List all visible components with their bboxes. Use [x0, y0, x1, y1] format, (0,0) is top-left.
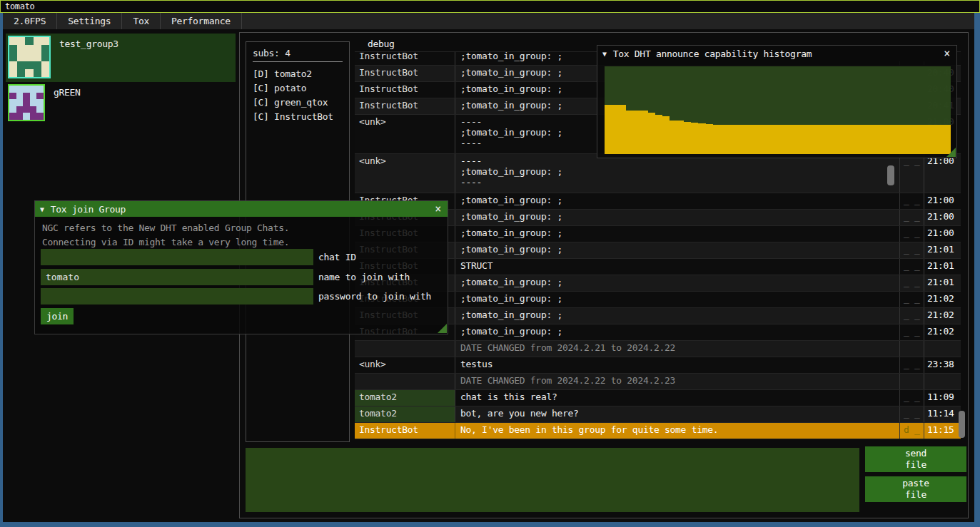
password-input[interactable]	[41, 288, 313, 305]
chat-message-row[interactable]: DATE CHANGED from 2024.2.22 to 2024.2.23	[355, 374, 961, 390]
histogram-bar	[828, 125, 835, 154]
flags-cell: _ _	[899, 259, 924, 275]
avatar-pixel	[9, 45, 17, 53]
histogram-bar	[785, 125, 792, 154]
message-cell: ;tomato_in_group: ;	[455, 242, 899, 258]
avatar-pixel	[41, 61, 49, 69]
chat-message-row[interactable]: tomato2chat is this real?_ _11:09	[355, 390, 961, 406]
collapse-icon[interactable]: ▼	[40, 205, 44, 213]
histogram-bar	[778, 125, 785, 154]
message-cell: ---- ;tomato_in_group: ; ----	[455, 154, 899, 193]
flags-cell: _ _	[899, 406, 924, 422]
histogram-bar	[763, 125, 770, 154]
histogram-bar	[677, 121, 684, 154]
menu-item-2-0fps[interactable]: 2.0FPS	[3, 13, 57, 29]
menu-item-tox[interactable]: Tox	[122, 13, 161, 29]
message-cell: ;tomato_in_group: ;	[455, 308, 899, 324]
time-cell: 21:01	[924, 259, 961, 275]
close-icon[interactable]: ×	[433, 203, 443, 215]
window-title: tomato	[5, 1, 35, 11]
histogram-bar	[691, 123, 698, 154]
chat-message-row[interactable]: DATE CHANGED from 2024.2.21 to 2024.2.22	[355, 341, 961, 357]
subs-separator	[253, 61, 343, 62]
chat-message-row[interactable]: InstructBotNo, I've been in this group f…	[355, 423, 961, 439]
histogram-window-titlebar[interactable]: ▼ Tox DHT announce capability histogram …	[597, 46, 956, 61]
avatar-pixel	[30, 99, 37, 106]
join-button[interactable]: join	[41, 308, 74, 324]
histogram-bar	[799, 125, 807, 154]
group-item-test-group3[interactable]: test_group3	[6, 34, 236, 82]
scrollbar-thumb[interactable]	[887, 165, 894, 185]
avatar-pixel	[17, 53, 25, 61]
close-icon[interactable]: ×	[942, 47, 951, 60]
avatar-pixel	[23, 86, 30, 93]
name-label: name to join with	[318, 269, 410, 285]
avatar-pixel	[34, 61, 41, 69]
sender-cell: InstructBot	[355, 98, 455, 114]
join-window-titlebar[interactable]: ▼ Tox join Group ×	[35, 201, 448, 217]
sender-cell: InstructBot	[355, 66, 455, 81]
avatar-pixel	[30, 106, 37, 113]
time-cell: 21:02	[924, 324, 961, 340]
chat-scrollbar-thumb[interactable]	[959, 411, 965, 438]
histogram-bar	[922, 125, 929, 154]
flags-cell	[899, 341, 924, 357]
histogram-bar	[886, 125, 893, 154]
message-input[interactable]	[246, 448, 859, 512]
paste-file-label: file	[905, 489, 926, 501]
resize-grip-icon[interactable]	[438, 324, 447, 333]
menu-item-settings[interactable]: Settings	[57, 13, 122, 29]
histogram-bar	[706, 124, 713, 154]
flags-cell: _ _	[899, 292, 924, 307]
histogram-bar	[915, 125, 922, 154]
avatar-pixel	[9, 106, 16, 113]
subs-item[interactable]: [C] potato	[253, 81, 349, 96]
flags-cell	[899, 374, 924, 389]
message-cell: ;tomato_in_group: ;	[455, 275, 899, 291]
avatar-pixel	[9, 99, 16, 106]
histogram-bar	[612, 105, 619, 154]
app-window: tomato 2.0FPSSettingsToxPerformance test…	[0, 0, 980, 527]
title-bar[interactable]: tomato	[0, 0, 980, 13]
histogram-bar	[633, 111, 640, 155]
subs-item[interactable]: [C] green_qtox	[253, 96, 349, 110]
sender-cell: tomato2	[355, 406, 455, 422]
chat-message-row[interactable]: <unk>---- ;tomato_in_group: ; ----_ _21:…	[355, 154, 961, 193]
send-file-button[interactable]: send file	[865, 446, 966, 472]
histogram-bar	[742, 125, 749, 154]
avatar-pixel	[9, 69, 17, 77]
histogram-bar	[850, 125, 857, 154]
histogram-bar	[843, 125, 850, 154]
flags-cell: _ _	[899, 242, 924, 258]
time-cell: 21:00	[924, 226, 961, 242]
histogram-window-title: Tox DHT announce capability histogram	[613, 48, 812, 59]
tab-debug[interactable]: debug	[362, 39, 400, 49]
histogram-plot	[605, 66, 951, 154]
sender-cell: InstructBot	[355, 423, 455, 439]
time-cell: 21:01	[924, 242, 961, 258]
message-cell: ;tomato_in_group: ;	[455, 324, 899, 340]
paste-file-button[interactable]: paste file	[865, 476, 966, 502]
subs-item[interactable]: [C] InstructBot	[253, 110, 349, 124]
avatar-pixel	[36, 93, 44, 100]
collapse-icon[interactable]: ▼	[602, 50, 607, 58]
group-avatar	[8, 84, 45, 121]
histogram-bar	[814, 125, 821, 154]
chat-message-row[interactable]: <unk>testus_ _23:38	[355, 357, 961, 374]
menu-item-performance[interactable]: Performance	[161, 13, 242, 29]
subs-item[interactable]: [D] tomato2	[253, 67, 349, 81]
frame-border-bottom	[0, 522, 980, 527]
flags-cell: _ _	[899, 154, 924, 193]
group-item-green[interactable]: gREEN	[6, 82, 236, 123]
resize-grip-icon[interactable]	[946, 148, 956, 157]
avatar-pixel	[41, 69, 49, 77]
paste-file-label: paste	[902, 478, 929, 489]
name-input[interactable]	[41, 269, 313, 285]
chat-message-row[interactable]: tomato2bot, are you new here?_ _11:14	[355, 406, 961, 423]
histogram-bar	[771, 125, 778, 154]
avatar-pixel	[9, 93, 16, 100]
time-cell: 21:02	[924, 292, 961, 307]
chat-id-input[interactable]	[41, 249, 313, 265]
avatar-pixel	[25, 37, 33, 45]
histogram-bar	[626, 111, 633, 155]
